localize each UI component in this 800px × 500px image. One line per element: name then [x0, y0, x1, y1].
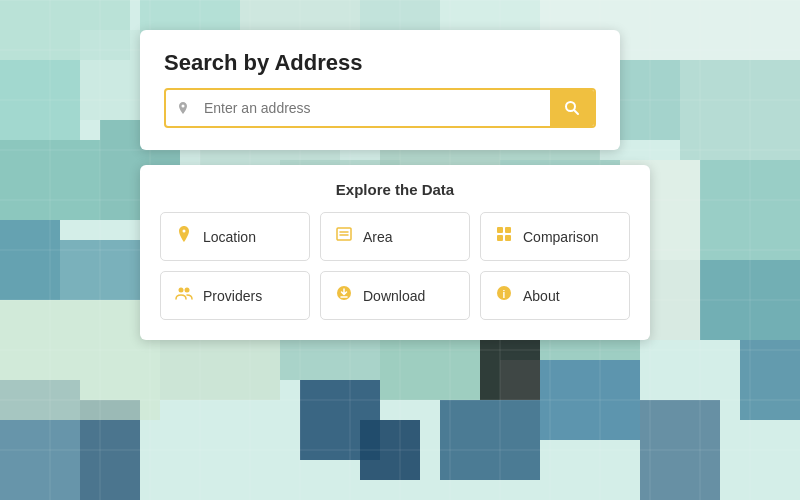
grid-icon: [495, 225, 513, 248]
explore-comparison-button[interactable]: Comparison: [480, 212, 630, 261]
svg-rect-38: [480, 340, 540, 400]
svg-rect-20: [440, 400, 540, 480]
book-icon: [335, 225, 353, 248]
explore-buttons-grid: Location Area Comparison Providers Downl…: [160, 212, 630, 320]
svg-rect-71: [497, 235, 503, 241]
explore-providers-button[interactable]: Providers: [160, 271, 310, 320]
svg-point-73: [179, 288, 184, 293]
explore-area-label: Area: [363, 229, 393, 245]
search-panel: Search by Address: [140, 30, 620, 150]
svg-rect-17: [740, 340, 800, 420]
svg-rect-66: [337, 228, 351, 240]
svg-text:i: i: [503, 289, 506, 300]
explore-location-button[interactable]: Location: [160, 212, 310, 261]
explore-providers-label: Providers: [203, 288, 262, 304]
explore-location-label: Location: [203, 229, 256, 245]
address-search-input[interactable]: [198, 90, 550, 126]
svg-point-74: [185, 288, 190, 293]
svg-rect-70: [505, 227, 511, 233]
explore-comparison-label: Comparison: [523, 229, 598, 245]
download-icon: [335, 284, 353, 307]
explore-download-label: Download: [363, 288, 425, 304]
search-input-row: [164, 88, 596, 128]
explore-download-button[interactable]: Download: [320, 271, 470, 320]
explore-title: Explore the Data: [160, 181, 630, 198]
pin-icon: [175, 225, 193, 248]
svg-line-65: [574, 110, 578, 114]
explore-data-panel: Explore the Data Location Area Compariso…: [140, 165, 650, 340]
people-icon: [175, 284, 193, 307]
svg-rect-72: [505, 235, 511, 241]
explore-area-button[interactable]: Area: [320, 212, 470, 261]
search-button[interactable]: [550, 90, 594, 126]
svg-rect-3: [80, 30, 140, 120]
svg-rect-29: [0, 300, 160, 420]
svg-rect-12: [680, 60, 800, 160]
svg-rect-14: [0, 220, 60, 300]
search-icon: [564, 100, 580, 116]
info-icon: i: [495, 284, 513, 307]
explore-about-button[interactable]: i About: [480, 271, 630, 320]
explore-about-label: About: [523, 288, 560, 304]
svg-rect-69: [497, 227, 503, 233]
location-pin-icon: [166, 101, 198, 115]
search-title: Search by Address: [164, 50, 596, 76]
